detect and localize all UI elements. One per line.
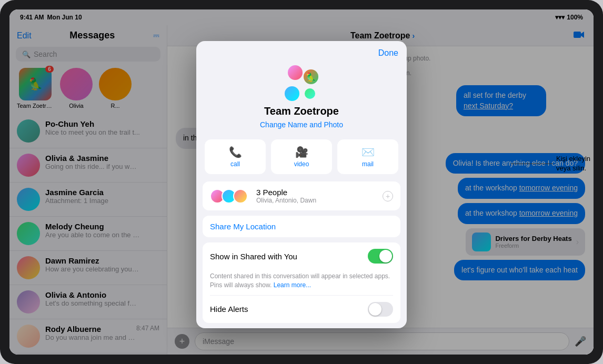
people-section: 3 People Olivia, Antonio, Dawn + <box>203 181 400 210</box>
modal-group-info: 🦜 Team Zoetrope Change Name and Photo <box>196 62 407 137</box>
member-avatar-3 <box>284 85 300 102</box>
member-avatar-4 <box>304 87 316 100</box>
video-button[interactable]: 🎥 video <box>271 139 332 174</box>
hide-alerts-toggle[interactable] <box>368 302 393 317</box>
toggle-knob <box>379 250 392 262</box>
change-name-photo-button[interactable]: Change Name and Photo <box>260 120 343 129</box>
annotation: Kişi ekleyin veya silin. <box>511 153 594 174</box>
phone-icon: 📞 <box>229 146 242 158</box>
ipad-screen: 9:41 AM Mon Jun 10 ▾▾▾ 100% Edit Message… <box>9 9 594 355</box>
hide-alerts-row: Hide Alerts <box>203 296 400 323</box>
learn-more-link[interactable]: Learn more... <box>274 281 311 289</box>
people-avatars <box>210 189 248 204</box>
modal-actions: 📞 call 🎥 video ✉️ mail <box>196 137 407 181</box>
hide-alerts-label: Hide Alerts <box>210 305 361 314</box>
group-info-modal: Done 🦜 Team Zoetrope Change Name and Pho… <box>196 41 407 328</box>
member-avatar-2: 🦜 <box>303 68 319 85</box>
video-label: video <box>294 160 309 168</box>
add-person-button[interactable]: + <box>383 191 393 201</box>
annotation-text: Kişi ekleyin veya silin. <box>553 153 594 174</box>
modal-header: Done <box>196 41 407 62</box>
group-name: Team Zoetrope <box>264 105 339 117</box>
annotation-line <box>511 163 553 164</box>
call-button[interactable]: 📞 call <box>205 139 266 174</box>
mail-label: mail <box>362 160 374 168</box>
shared-with-you-description: Content shared in this conversation will… <box>203 270 400 295</box>
location-section: Share My Location <box>203 216 400 237</box>
mail-icon: ✉️ <box>361 146 375 158</box>
video-icon: 🎥 <box>295 146 308 158</box>
people-info: 3 People Olivia, Antonio, Dawn <box>256 188 376 204</box>
toggle-knob <box>369 303 381 316</box>
share-location-button[interactable]: Share My Location <box>203 216 400 237</box>
member-avatar-1 <box>287 64 304 81</box>
shared-with-you-label: Show in Shared with You <box>210 252 361 261</box>
shared-with-you-row: Show in Shared with You <box>203 242 400 270</box>
people-names: Olivia, Antonio, Dawn <box>256 197 376 204</box>
people-count: 3 People <box>256 188 376 197</box>
ipad-frame: 9:41 AM Mon Jun 10 ▾▾▾ 100% Edit Message… <box>0 0 603 364</box>
mail-button[interactable]: ✉️ mail <box>337 139 398 174</box>
person-avatar-3 <box>233 189 248 204</box>
done-button[interactable]: Done <box>378 48 398 57</box>
group-avatar-cluster: 🦜 <box>283 64 320 102</box>
shared-with-you-toggle[interactable] <box>368 249 393 264</box>
shared-with-you-section: Show in Shared with You Content shared i… <box>203 242 400 323</box>
call-label: call <box>230 160 240 168</box>
people-row[interactable]: 3 People Olivia, Antonio, Dawn + <box>203 181 400 210</box>
modal-overlay: Done 🦜 Team Zoetrope Change Name and Pho… <box>9 9 594 355</box>
